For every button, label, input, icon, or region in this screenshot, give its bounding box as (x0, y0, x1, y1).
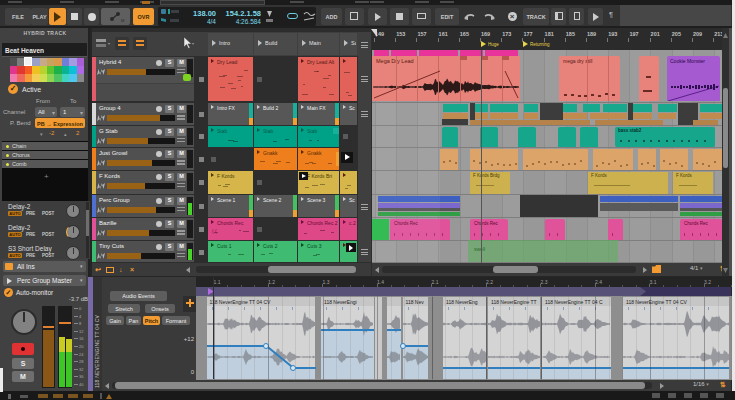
svg-text:M: M (121, 18, 124, 23)
